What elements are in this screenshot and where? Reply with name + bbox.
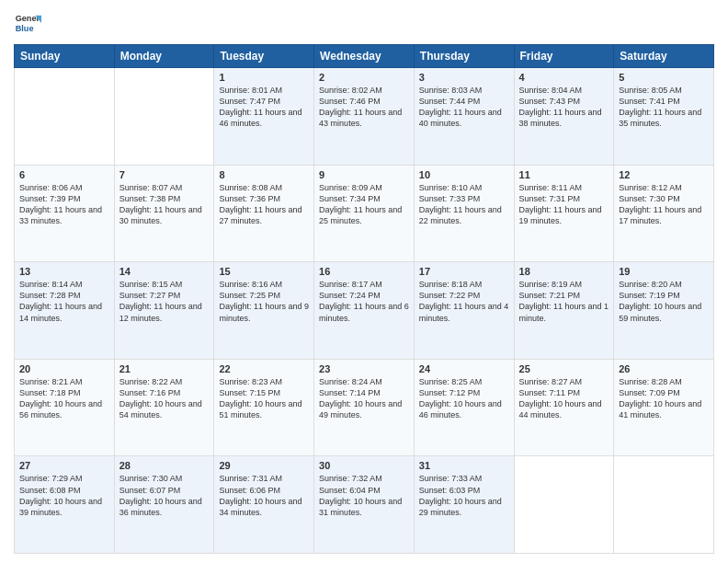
day-info: Sunrise: 7:29 AMSunset: 6:08 PMDaylight:… bbox=[19, 473, 109, 518]
day-info: Sunrise: 8:09 AMSunset: 7:34 PMDaylight:… bbox=[319, 182, 409, 227]
day-info: Sunrise: 8:20 AMSunset: 7:19 PMDaylight:… bbox=[619, 279, 709, 324]
day-info: Sunrise: 8:21 AMSunset: 7:18 PMDaylight:… bbox=[19, 376, 109, 421]
day-info: Sunrise: 8:27 AMSunset: 7:11 PMDaylight:… bbox=[519, 376, 609, 421]
calendar-cell: 31Sunrise: 7:33 AMSunset: 6:03 PMDayligh… bbox=[414, 456, 514, 554]
day-number: 11 bbox=[519, 169, 609, 180]
day-number: 22 bbox=[219, 363, 309, 374]
day-number: 3 bbox=[419, 72, 509, 83]
calendar-cell: 12Sunrise: 8:12 AMSunset: 7:30 PMDayligh… bbox=[614, 165, 714, 262]
day-info: Sunrise: 8:10 AMSunset: 7:33 PMDaylight:… bbox=[419, 182, 509, 227]
day-info: Sunrise: 8:11 AMSunset: 7:31 PMDaylight:… bbox=[519, 182, 609, 227]
day-number: 4 bbox=[519, 72, 609, 83]
day-number: 20 bbox=[19, 363, 109, 374]
day-number: 28 bbox=[119, 460, 210, 471]
day-info: Sunrise: 7:32 AMSunset: 6:04 PMDaylight:… bbox=[319, 473, 409, 518]
day-number: 15 bbox=[219, 266, 309, 277]
day-info: Sunrise: 7:31 AMSunset: 6:06 PMDaylight:… bbox=[219, 473, 309, 518]
calendar-cell: 8Sunrise: 8:08 AMSunset: 7:36 PMDaylight… bbox=[214, 165, 314, 262]
day-info: Sunrise: 8:23 AMSunset: 7:15 PMDaylight:… bbox=[219, 376, 309, 421]
logo-icon: General Blue bbox=[14, 9, 41, 37]
calendar-cell: 28Sunrise: 7:30 AMSunset: 6:07 PMDayligh… bbox=[114, 456, 214, 554]
day-info: Sunrise: 8:19 AMSunset: 7:21 PMDaylight:… bbox=[519, 279, 609, 324]
day-info: Sunrise: 8:24 AMSunset: 7:14 PMDaylight:… bbox=[319, 376, 409, 421]
calendar-cell: 1Sunrise: 8:01 AMSunset: 7:47 PMDaylight… bbox=[214, 68, 314, 166]
day-info: Sunrise: 8:02 AMSunset: 7:46 PMDaylight:… bbox=[319, 85, 409, 130]
calendar-cell: 24Sunrise: 8:25 AMSunset: 7:12 PMDayligh… bbox=[414, 359, 514, 456]
calendar-week-5: 27Sunrise: 7:29 AMSunset: 6:08 PMDayligh… bbox=[15, 456, 714, 554]
day-info: Sunrise: 7:33 AMSunset: 6:03 PMDaylight:… bbox=[419, 473, 509, 518]
calendar-cell: 14Sunrise: 8:15 AMSunset: 7:27 PMDayligh… bbox=[114, 262, 214, 360]
day-number: 21 bbox=[119, 363, 210, 374]
calendar-cell: 16Sunrise: 8:17 AMSunset: 7:24 PMDayligh… bbox=[314, 262, 415, 360]
day-number: 23 bbox=[319, 363, 409, 374]
calendar-cell bbox=[114, 68, 214, 166]
day-number: 7 bbox=[119, 169, 210, 180]
day-number: 24 bbox=[419, 363, 509, 374]
day-number: 18 bbox=[519, 266, 609, 277]
logo: General Blue bbox=[14, 9, 41, 37]
calendar-cell: 11Sunrise: 8:11 AMSunset: 7:31 PMDayligh… bbox=[514, 165, 614, 262]
day-info: Sunrise: 8:07 AMSunset: 7:38 PMDaylight:… bbox=[119, 182, 210, 227]
calendar-header-row: SundayMondayTuesdayWednesdayThursdayFrid… bbox=[15, 45, 714, 68]
day-info: Sunrise: 8:03 AMSunset: 7:44 PMDaylight:… bbox=[419, 85, 509, 130]
day-number: 5 bbox=[619, 72, 709, 83]
day-info: Sunrise: 8:17 AMSunset: 7:24 PMDaylight:… bbox=[319, 279, 409, 324]
day-number: 17 bbox=[419, 266, 509, 277]
day-info: Sunrise: 8:28 AMSunset: 7:09 PMDaylight:… bbox=[619, 376, 709, 421]
day-number: 10 bbox=[419, 169, 509, 180]
calendar-cell: 27Sunrise: 7:29 AMSunset: 6:08 PMDayligh… bbox=[15, 456, 115, 554]
day-info: Sunrise: 8:04 AMSunset: 7:43 PMDaylight:… bbox=[519, 85, 609, 130]
calendar-week-2: 6Sunrise: 8:06 AMSunset: 7:39 PMDaylight… bbox=[15, 165, 714, 262]
day-info: Sunrise: 8:16 AMSunset: 7:25 PMDaylight:… bbox=[219, 279, 309, 324]
day-number: 26 bbox=[619, 363, 709, 374]
day-info: Sunrise: 8:15 AMSunset: 7:27 PMDaylight:… bbox=[119, 279, 210, 324]
calendar-cell: 6Sunrise: 8:06 AMSunset: 7:39 PMDaylight… bbox=[15, 165, 115, 262]
calendar-week-3: 13Sunrise: 8:14 AMSunset: 7:28 PMDayligh… bbox=[15, 262, 714, 360]
day-number: 25 bbox=[519, 363, 609, 374]
calendar-cell: 29Sunrise: 7:31 AMSunset: 6:06 PMDayligh… bbox=[214, 456, 314, 554]
day-info: Sunrise: 8:12 AMSunset: 7:30 PMDaylight:… bbox=[619, 182, 709, 227]
day-header-friday: Friday bbox=[514, 45, 614, 68]
day-number: 29 bbox=[219, 460, 309, 471]
day-number: 16 bbox=[319, 266, 409, 277]
day-info: Sunrise: 8:14 AMSunset: 7:28 PMDaylight:… bbox=[19, 279, 109, 324]
calendar-week-1: 1Sunrise: 8:01 AMSunset: 7:47 PMDaylight… bbox=[15, 68, 714, 166]
day-number: 31 bbox=[419, 460, 509, 471]
day-header-sunday: Sunday bbox=[15, 45, 115, 68]
calendar-cell: 21Sunrise: 8:22 AMSunset: 7:16 PMDayligh… bbox=[114, 359, 214, 456]
calendar-cell: 10Sunrise: 8:10 AMSunset: 7:33 PMDayligh… bbox=[414, 165, 514, 262]
day-number: 8 bbox=[219, 169, 309, 180]
day-header-saturday: Saturday bbox=[614, 45, 714, 68]
calendar-cell: 25Sunrise: 8:27 AMSunset: 7:11 PMDayligh… bbox=[514, 359, 614, 456]
calendar-cell: 23Sunrise: 8:24 AMSunset: 7:14 PMDayligh… bbox=[314, 359, 415, 456]
calendar-cell: 18Sunrise: 8:19 AMSunset: 7:21 PMDayligh… bbox=[514, 262, 614, 360]
day-number: 9 bbox=[319, 169, 409, 180]
calendar-cell: 26Sunrise: 8:28 AMSunset: 7:09 PMDayligh… bbox=[614, 359, 714, 456]
day-header-tuesday: Tuesday bbox=[214, 45, 314, 68]
calendar-cell bbox=[614, 456, 714, 554]
calendar-cell bbox=[15, 68, 115, 166]
header: General Blue bbox=[14, 9, 714, 37]
day-number: 30 bbox=[319, 460, 409, 471]
day-info: Sunrise: 8:08 AMSunset: 7:36 PMDaylight:… bbox=[219, 182, 309, 227]
day-header-wednesday: Wednesday bbox=[314, 45, 415, 68]
calendar-cell: 15Sunrise: 8:16 AMSunset: 7:25 PMDayligh… bbox=[214, 262, 314, 360]
day-number: 14 bbox=[119, 266, 210, 277]
calendar-cell: 5Sunrise: 8:05 AMSunset: 7:41 PMDaylight… bbox=[614, 68, 714, 166]
calendar-cell: 30Sunrise: 7:32 AMSunset: 6:04 PMDayligh… bbox=[314, 456, 415, 554]
day-number: 13 bbox=[19, 266, 109, 277]
calendar-week-4: 20Sunrise: 8:21 AMSunset: 7:18 PMDayligh… bbox=[15, 359, 714, 456]
day-number: 27 bbox=[19, 460, 109, 471]
calendar-container: General Blue SundayMondayTuesdayWednesda… bbox=[0, 0, 728, 563]
day-info: Sunrise: 7:30 AMSunset: 6:07 PMDaylight:… bbox=[119, 473, 210, 518]
calendar-cell bbox=[514, 456, 614, 554]
calendar-cell: 19Sunrise: 8:20 AMSunset: 7:19 PMDayligh… bbox=[614, 262, 714, 360]
calendar-cell: 2Sunrise: 8:02 AMSunset: 7:46 PMDaylight… bbox=[314, 68, 415, 166]
calendar-cell: 22Sunrise: 8:23 AMSunset: 7:15 PMDayligh… bbox=[214, 359, 314, 456]
day-header-thursday: Thursday bbox=[414, 45, 514, 68]
day-info: Sunrise: 8:06 AMSunset: 7:39 PMDaylight:… bbox=[19, 182, 109, 227]
calendar-cell: 9Sunrise: 8:09 AMSunset: 7:34 PMDaylight… bbox=[314, 165, 415, 262]
day-info: Sunrise: 8:05 AMSunset: 7:41 PMDaylight:… bbox=[619, 85, 709, 130]
calendar-cell: 3Sunrise: 8:03 AMSunset: 7:44 PMDaylight… bbox=[414, 68, 514, 166]
day-number: 2 bbox=[319, 72, 409, 83]
